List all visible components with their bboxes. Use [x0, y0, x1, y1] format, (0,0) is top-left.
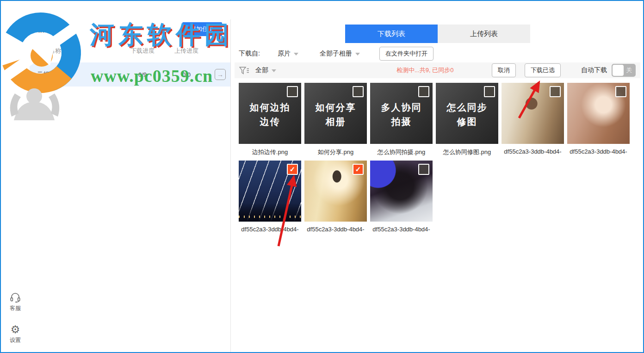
photo-filename: df55c2a3-3ddb-4bd4- — [502, 148, 564, 157]
cancel-button[interactable]: 取消 — [492, 63, 516, 77]
download-source-row: 下载自: 原片 全部子相册 在文件夹中打开 — [231, 45, 644, 62]
photo-cell: df55c2a3-3ddb-4bd4- — [370, 161, 433, 235]
gear-icon: ⚙ — [1, 323, 30, 335]
sidebar-item-label: 设置 — [1, 336, 30, 344]
photo-thumbnail[interactable]: 如何分享相册 — [304, 83, 367, 144]
auto-download-toggle[interactable]: 关 — [612, 64, 636, 77]
sidebar-item-support[interactable]: 客服 — [1, 291, 30, 312]
sync-status-text: 检测中...共9, 已同步0 — [396, 66, 454, 74]
thumbnail-checkbox[interactable] — [615, 86, 626, 97]
main-content: 下载列表上传列表 下载自: 原片 全部子相册 在文件夹中打开 全部 — [231, 1, 644, 353]
photo-thumbnail[interactable]: 怎么同步修图 — [436, 83, 498, 144]
tab-bar: 下载列表上传列表 — [345, 25, 530, 43]
photo-filename: df55c2a3-3ddb-4bd4- — [370, 226, 433, 235]
photo-cell: ✓df55c2a3-3ddb-4bd4- — [304, 161, 367, 235]
column-album-name: 相册名称 — [37, 47, 119, 55]
sidebar-item-label: 客服 — [1, 304, 30, 312]
photo-thumbnail[interactable] — [567, 83, 630, 144]
sidebar-item-settings[interactable]: ⚙ 设置 — [1, 323, 30, 344]
photo-cell: 如何边拍边传边拍边传.png — [239, 83, 301, 157]
photo-thumbnail[interactable]: ✓ — [304, 161, 367, 222]
headset-icon — [1, 291, 30, 303]
photo-cell: df55c2a3-3ddb-4bd4- — [502, 83, 564, 157]
thumbnail-checkbox[interactable] — [418, 86, 429, 97]
sub-album-select[interactable]: 全部子相册 — [320, 50, 360, 58]
open-album-icon[interactable]: → — [215, 69, 226, 80]
tab-download-list[interactable]: 下载列表 — [345, 25, 438, 43]
tab-upload-list[interactable]: 上传列表 — [438, 25, 530, 43]
thumbnail-checkbox[interactable] — [484, 86, 495, 97]
chevron-down-icon — [294, 53, 298, 56]
toggle-state-label: 关 — [626, 66, 632, 74]
photo-filename: df55c2a3-3ddb-4bd4- — [239, 226, 301, 235]
column-download-progress: 下载进度 — [119, 47, 166, 55]
filter-funnel-icon[interactable] — [239, 67, 249, 74]
left-rail: 客服 ⚙ 设置 — [1, 1, 30, 352]
thumbnail-checkbox[interactable] — [418, 164, 429, 175]
toggle-knob — [613, 65, 624, 76]
upload-progress-value: 0/0 — [166, 71, 207, 78]
thumbnail-checkbox[interactable] — [550, 86, 561, 97]
album-table-header: 相册名称 下载进度 上传进度 — [30, 45, 230, 56]
photo-thumbnail[interactable] — [370, 161, 433, 222]
thumbnail-checkbox[interactable]: ✓ — [353, 164, 364, 175]
album-list-title: 相册列表 — [37, 25, 67, 34]
photo-cell: 如何分享相册如何分享.png — [304, 83, 367, 157]
download-selected-button[interactable]: 下载已选 — [525, 63, 561, 77]
photo-thumbnail[interactable] — [502, 83, 564, 144]
photo-thumbnail[interactable]: 如何边拍边传 — [239, 83, 301, 144]
thumbnail-checkbox[interactable] — [353, 86, 364, 97]
column-upload-progress: 上传进度 — [166, 47, 207, 55]
album-panel-header: 相册列表 添加任务 — [37, 22, 222, 36]
chevron-down-icon — [355, 53, 360, 56]
selection-toolbar: 全部 检测中...共9, 已同步0 取消 下载已选 自动下载 关 — [235, 62, 640, 78]
album-name: 云相册示例 — [37, 70, 119, 79]
photo-cell: df55c2a3-3ddb-4bd4- — [567, 83, 630, 157]
photo-thumbnail[interactable]: ✓ — [239, 161, 301, 222]
chevron-down-icon — [272, 69, 276, 72]
auto-download-label: 自动下载 — [581, 66, 607, 74]
download-progress-value: 0/9 — [119, 71, 166, 78]
photo-grid: 如何边拍边传边拍边传.png如何分享相册如何分享.png多人协同拍摄怎么协同拍摄… — [239, 83, 637, 235]
photo-filename: 如何分享.png — [304, 148, 367, 157]
download-from-label: 下载自: — [239, 50, 260, 58]
photo-filename: df55c2a3-3ddb-4bd4- — [304, 226, 367, 235]
thumbnail-checkbox[interactable]: ✓ — [287, 164, 298, 175]
app-window: 享像派 — □ ✕ 客服 ⚙ 设置 — [0, 0, 644, 353]
thumbnail-checkbox[interactable] — [287, 86, 298, 97]
photo-filename: df55c2a3-3ddb-4bd4- — [567, 148, 630, 157]
photo-filename: 边拍边传.png — [239, 148, 301, 157]
add-task-button[interactable]: 添加任务 — [182, 22, 222, 36]
album-panel: 相册列表 添加任务 相册名称 下载进度 上传进度 云相册示例0/90/0→ — [30, 1, 230, 353]
photo-cell: ✓df55c2a3-3ddb-4bd4- — [239, 161, 301, 235]
status-filter-select[interactable]: 全部 — [255, 66, 276, 74]
source-type-select[interactable]: 原片 — [278, 50, 298, 58]
photo-cell: 多人协同拍摄怎么协同拍摄.png — [370, 83, 433, 157]
photo-thumbnail[interactable]: 多人协同拍摄 — [370, 83, 433, 144]
photo-filename: 怎么协同拍摄.png — [370, 148, 433, 157]
photo-cell: 怎么同步修图怎么协同修图.png — [436, 83, 498, 157]
open-in-folder-button[interactable]: 在文件夹中打开 — [379, 47, 433, 61]
album-row[interactable]: 云相册示例0/90/0→ — [30, 62, 230, 87]
photo-filename: 怎么协同修图.png — [436, 148, 498, 157]
